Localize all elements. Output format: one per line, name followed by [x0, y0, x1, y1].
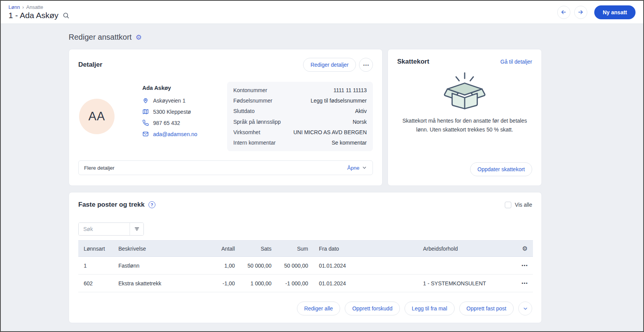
cell-arbeidsforhold [418, 257, 516, 275]
phone-icon [142, 120, 149, 126]
show-all-label: Vis alle [515, 202, 532, 208]
table-row: 602 Ekstra skattetrekk -1,00 1 000,00 -1… [78, 275, 533, 292]
see-comment-link[interactable]: Se kommentar [332, 140, 367, 146]
info-row-kommentar: Intern kommentar Se kommentar [233, 140, 367, 146]
details-card-title: Detaljer [78, 61, 102, 69]
col-arbeidsforhold: Arbeidsforhold [418, 241, 516, 257]
cell-antall: 1,00 [211, 257, 240, 275]
arrow-right-icon [577, 9, 584, 15]
chevron-down-icon [362, 165, 367, 170]
cell-lonnsart: 602 [78, 275, 113, 292]
previous-employee-button[interactable] [557, 6, 570, 19]
fixed-posts-card: Faste poster og trekk ? Vis alle [69, 192, 542, 323]
contact-info: Ada Askøy Askøyveien 1 5300 [142, 82, 226, 151]
taxcard-title: Skattekort [397, 58, 429, 66]
cell-lonnsart: 1 [78, 257, 113, 275]
new-employee-button[interactable]: Ny ansatt [594, 5, 636, 19]
add-from-template-button[interactable]: Legg til fra mal [405, 302, 455, 315]
cell-fra-dato: 01.01.2024 [314, 257, 418, 275]
cell-sats: 1 000,00 [240, 275, 277, 292]
edit-details-button[interactable]: Rediger detaljer [303, 58, 356, 72]
details-more-menu-button[interactable]: ⋯ [359, 58, 373, 72]
breadcrumb-link-lonn[interactable]: Lønn [8, 4, 20, 10]
cell-antall: -1,00 [211, 275, 240, 292]
create-fixed-post-button[interactable]: Opprett fast post [459, 302, 514, 315]
avatar: AA [79, 99, 115, 134]
cell-beskrivelse: Ekstra skattetrekk [113, 275, 211, 292]
search-group [78, 222, 144, 236]
row-menu-button[interactable]: ⋯ [521, 280, 528, 286]
create-advance-button[interactable]: Opprett forskudd [345, 302, 400, 315]
page-title: 1 - Ada Askøy [8, 11, 59, 20]
cell-arbeidsforhold: 1 - SYSTEMKONSULENT [418, 275, 516, 292]
taxcard-message: Skattekort må hentes for den ansatte før… [398, 116, 531, 134]
address-street: Askøyveien 1 [153, 98, 185, 104]
update-taxcard-button[interactable]: Oppdater skattekort [470, 162, 532, 176]
col-fra-dato: Fra dato [314, 241, 418, 257]
more-details-label: Flere detaljer [84, 165, 115, 171]
col-sum: Sum [277, 241, 314, 257]
sluttdato-value: Aktiv [355, 108, 367, 114]
search-input[interactable] [79, 223, 130, 235]
settings-gear-icon[interactable]: ⚙ [135, 34, 142, 41]
chevron-down-icon [523, 306, 528, 312]
taxcard-card: Skattekort Gå til detaljer Skattekort må… [388, 49, 542, 186]
mail-icon [142, 131, 149, 137]
info-row-virksomhet: Virksomhet UNI MICRO AS AVD BERGEN [233, 129, 367, 135]
fixed-posts-title: Faste poster og trekk [78, 201, 145, 209]
employee-info-panel: Kontonummer 1111 11 11113 Fødselsnummer … [227, 82, 373, 151]
breadcrumb: Lønn › Ansatte [8, 4, 69, 10]
more-details-expander[interactable]: Flere detaljer Åpne [78, 160, 373, 175]
email-link[interactable]: ada@adamsen.no [153, 131, 197, 137]
phone-number: 987 65 432 [153, 120, 180, 126]
map-icon [142, 108, 149, 115]
open-link[interactable]: Åpne [347, 165, 359, 171]
location-pin-icon [142, 97, 149, 104]
go-to-details-link[interactable]: Gå til detaljer [501, 59, 532, 65]
cell-fra-dato: 01.01.2024 [314, 275, 418, 292]
details-card: Detaljer Rediger detaljer ⋯ AA Ada Askøy… [69, 49, 383, 186]
help-icon[interactable]: ? [148, 201, 155, 208]
virksomhet-value: UNI MICRO AS AVD BERGEN [293, 129, 367, 135]
table-header-row: Lønnsart Beskrivelse Antall Sats Sum Fra… [78, 241, 533, 257]
cell-sum: 50 000,00 [277, 257, 314, 275]
open-box-illustration [397, 71, 532, 111]
show-all-toggle[interactable]: Vis alle [505, 202, 532, 208]
sprak-value: Norsk [352, 119, 367, 125]
filter-icon [134, 226, 140, 232]
col-antall: Antall [211, 241, 240, 257]
col-lonnsart: Lønnsart [78, 241, 113, 257]
add-fodselsnummer-link[interactable]: Legg til fødselsnummer [310, 98, 367, 104]
topbar-left: Lønn › Ansatte 1 - Ada Askøy [8, 4, 69, 20]
info-row-sluttdato: Sluttdato Aktiv [233, 108, 367, 114]
topbar-actions: Ny ansatt [557, 5, 636, 19]
row-menu-button[interactable]: ⋯ [521, 262, 528, 269]
edit-all-button[interactable]: Rediger alle [297, 302, 341, 315]
cell-sats: 50 000,00 [240, 257, 277, 275]
info-row-sprak: Språk på lønnsslipp Norsk [233, 119, 367, 125]
top-bar: Lønn › Ansatte 1 - Ada Askøy [1, 1, 643, 24]
fixed-posts-table: Lønnsart Beskrivelse Antall Sats Sum Fra… [78, 240, 533, 292]
filter-button[interactable] [130, 223, 143, 235]
breadcrumb-separator: › [22, 4, 24, 10]
table-settings-gear-icon[interactable]: ⚙ [522, 245, 528, 252]
info-row-fodselsnummer: Fødselsnummer Legg til fødselsnummer [233, 98, 367, 104]
fixed-post-dropdown-button[interactable] [518, 302, 532, 315]
cell-sum: -1 000,00 [277, 275, 314, 292]
breadcrumb-current: Ansatte [26, 4, 43, 10]
main-content: Rediger ansattkort ⚙ Detaljer Rediger de… [1, 24, 643, 331]
next-employee-button[interactable] [574, 6, 587, 19]
col-sats: Sats [240, 241, 277, 257]
show-all-checkbox[interactable] [505, 202, 511, 208]
col-beskrivelse: Beskrivelse [113, 241, 211, 257]
table-row: 1 Fastlønn 1,00 50 000,00 50 000,00 01.0… [78, 257, 533, 275]
arrow-left-icon [560, 9, 567, 15]
info-row-kontonummer: Kontonummer 1111 11 11113 [233, 87, 367, 93]
employee-name: Ada Askøy [142, 85, 226, 91]
search-icon[interactable] [62, 12, 69, 19]
section-heading: Rediger ansattkort [69, 33, 131, 42]
cell-beskrivelse: Fastlønn [113, 257, 211, 275]
address-postal: 5300 Kleppestø [153, 109, 191, 115]
kontonummer-value: 1111 11 11113 [334, 87, 367, 93]
